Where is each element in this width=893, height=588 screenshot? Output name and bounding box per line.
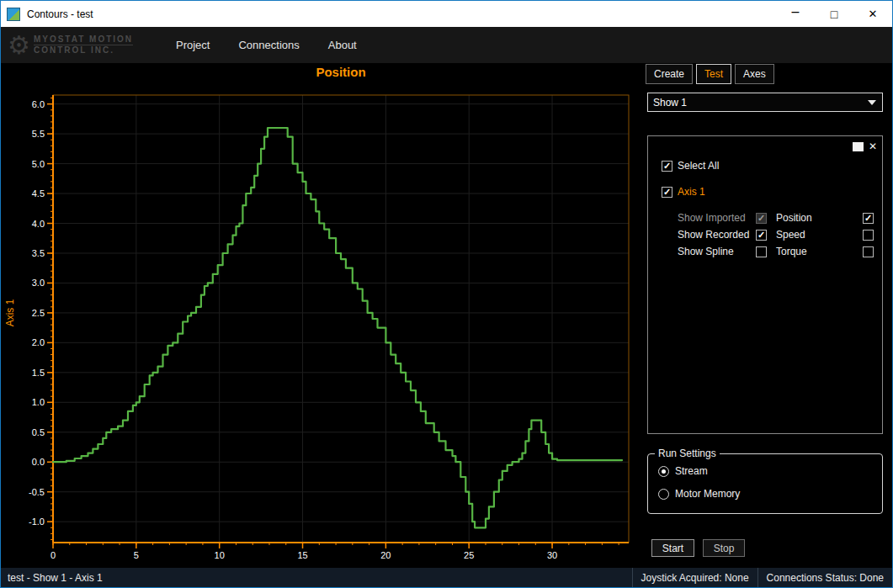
menu-bar: ⚙ MYOSTAT MOTION CONTROL INC. Project Co… <box>1 27 892 63</box>
torque-checkbox[interactable] <box>863 246 874 257</box>
radio-circle <box>658 489 669 500</box>
panel-restore-icon[interactable] <box>853 142 864 151</box>
stream-label: Stream <box>675 465 708 477</box>
status-bar: test - Show 1 - Axis 1 Joystick Acquired… <box>1 568 892 587</box>
position-chart: 051015202530-1.0-0.50.00.51.01.52.02.53.… <box>1 83 634 569</box>
logo-line-2: CONTROL INC. <box>34 45 133 56</box>
connections-status: Connections Status: Done <box>757 568 892 587</box>
window-title: Contours - test <box>27 8 776 20</box>
panel-controls <box>853 141 877 151</box>
status-right: Joystick Acquired: None Connections Stat… <box>632 568 892 587</box>
svg-text:15: 15 <box>297 550 307 560</box>
stream-radio[interactable]: Stream <box>658 465 882 477</box>
stop-button[interactable]: Stop <box>703 539 745 557</box>
menu-item-about[interactable]: About <box>327 35 359 55</box>
app-icon <box>7 8 20 21</box>
svg-text:0.5: 0.5 <box>32 427 45 437</box>
select-all-label: Select All <box>678 160 719 172</box>
svg-text:-1.0: -1.0 <box>29 516 45 527</box>
show-recorded-label: Show Recorded <box>678 229 756 241</box>
axis-1-checkbox[interactable]: Axis 1 <box>662 186 882 198</box>
maximize-icon[interactable] <box>815 1 853 27</box>
axes-display-panel: Select All Axis 1 Show Imported Position… <box>647 135 883 434</box>
torque-label: Torque <box>776 246 863 257</box>
checkbox-box <box>662 161 672 172</box>
gear-logo-icon: ⚙ <box>8 33 30 58</box>
menu-item-project[interactable]: Project <box>174 35 211 55</box>
show-imported-checkbox[interactable] <box>756 213 767 224</box>
svg-text:25: 25 <box>464 550 474 560</box>
show-spline-row: Show Spline Torque <box>648 243 882 260</box>
speed-label: Speed <box>776 229 863 241</box>
show-imported-label: Show Imported <box>678 212 756 224</box>
svg-text:2.0: 2.0 <box>32 337 45 347</box>
chart-title: Position <box>53 65 629 79</box>
svg-text:1.5: 1.5 <box>32 368 45 378</box>
start-button[interactable]: Start <box>651 539 694 557</box>
motor-memory-label: Motor Memory <box>675 488 740 500</box>
chart-area: Position Axis 1 051015202530-1.0-0.50.00… <box>1 63 634 569</box>
dropdown-value: Show 1 <box>653 97 868 109</box>
chevron-down-icon <box>868 100 876 105</box>
title-bar: Contours - test <box>1 1 892 27</box>
show-recorded-checkbox[interactable] <box>756 230 767 241</box>
app-window: Contours - test ⚙ MYOSTAT MOTION CONTROL… <box>0 0 893 588</box>
joystick-status: Joystick Acquired: None <box>632 568 757 587</box>
run-settings-group: Run Settings Stream Motor Memory <box>647 453 883 514</box>
logo-line-1: MYOSTAT MOTION <box>34 34 133 45</box>
tab-create[interactable]: Create <box>646 64 693 84</box>
window-controls <box>776 1 892 27</box>
svg-text:4.5: 4.5 <box>32 188 45 199</box>
right-panel: Create Test Axes Show 1 Select All Axis … <box>644 63 893 569</box>
menu-item-connections[interactable]: Connections <box>237 35 300 55</box>
position-label: Position <box>776 212 863 224</box>
show-spline-label: Show Spline <box>678 246 756 257</box>
tab-axes[interactable]: Axes <box>735 64 774 84</box>
svg-text:-0.5: -0.5 <box>29 487 45 497</box>
position-checkbox[interactable] <box>863 213 874 224</box>
svg-text:4.0: 4.0 <box>32 219 45 229</box>
axis-1-label: Axis 1 <box>678 186 705 198</box>
tab-strip: Create Test Axes <box>646 64 774 84</box>
svg-text:20: 20 <box>380 550 391 560</box>
show-imported-row: Show Imported Position <box>648 209 882 226</box>
svg-text:0: 0 <box>50 550 56 560</box>
show-spline-checkbox[interactable] <box>756 246 767 257</box>
status-context: test - Show 1 - Axis 1 <box>8 572 632 584</box>
panel-close-icon[interactable] <box>869 141 877 151</box>
svg-text:5: 5 <box>134 550 139 560</box>
company-logo-text: MYOSTAT MOTION CONTROL INC. <box>34 34 133 56</box>
motor-memory-radio[interactable]: Motor Memory <box>658 488 882 500</box>
minimize-icon[interactable] <box>776 1 815 27</box>
svg-text:30: 30 <box>547 550 557 560</box>
tab-test[interactable]: Test <box>696 64 731 84</box>
run-settings-title: Run Settings <box>655 448 720 459</box>
show-recorded-row: Show Recorded Speed <box>648 226 882 243</box>
svg-text:3.0: 3.0 <box>32 278 45 288</box>
svg-text:0.0: 0.0 <box>32 457 45 467</box>
svg-text:2.5: 2.5 <box>32 308 45 318</box>
svg-text:5.0: 5.0 <box>32 159 45 169</box>
show-selector-dropdown[interactable]: Show 1 <box>647 93 883 112</box>
select-all-checkbox[interactable]: Select All <box>662 160 882 172</box>
radio-circle <box>658 466 669 477</box>
close-icon[interactable] <box>853 1 892 27</box>
checkbox-box <box>662 187 672 198</box>
svg-text:5.5: 5.5 <box>32 129 45 139</box>
speed-checkbox[interactable] <box>863 230 874 241</box>
company-logo: ⚙ MYOSTAT MOTION CONTROL INC. <box>8 33 149 58</box>
svg-text:10: 10 <box>215 550 225 560</box>
svg-text:3.5: 3.5 <box>32 248 45 258</box>
svg-text:6.0: 6.0 <box>32 99 45 109</box>
svg-text:1.0: 1.0 <box>32 397 45 407</box>
